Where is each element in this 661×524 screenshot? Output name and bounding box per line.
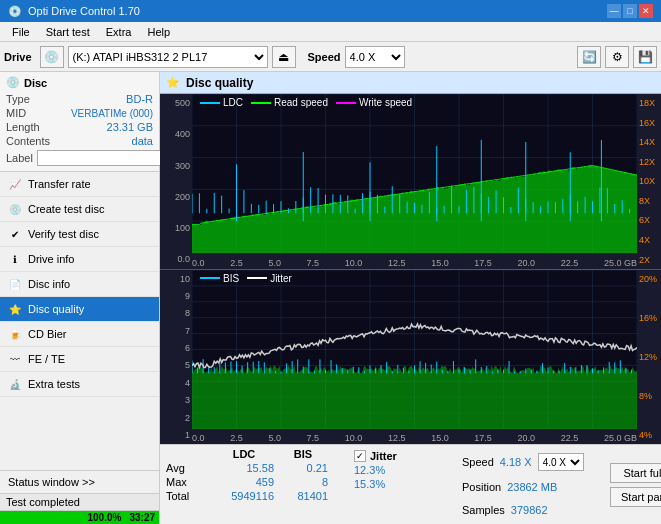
title-bar-controls: — □ ✕ (607, 4, 653, 18)
stats-avg-row: Avg 15.58 0.21 (166, 462, 346, 474)
chart-bottom-x-axis: 0.02.55.07.510.012.515.017.520.022.525.0… (192, 433, 637, 444)
disc-label-row: Label ✏ (6, 149, 153, 167)
sidebar-item-disc-quality[interactable]: ⭐ Disc quality (0, 297, 159, 322)
drive-select[interactable]: (K:) ATAPI iHBS312 2 PL17 (68, 46, 268, 68)
menu-help[interactable]: Help (139, 24, 178, 40)
disc-length-key: Length (6, 121, 40, 133)
ldc-col-header: LDC (214, 448, 274, 460)
disc-info-icon: 📄 (8, 277, 22, 291)
read-speed-color (251, 102, 271, 104)
drive-info-icon: ℹ (8, 252, 22, 266)
jitter-header: ✓ Jitter (354, 450, 454, 462)
disc-panel-header: 💿 Disc (6, 76, 153, 89)
title-bar-left: 💿 Opti Drive Control 1.70 (8, 5, 140, 18)
legend-jitter: Jitter (247, 273, 292, 284)
extra-tests-icon: 🔬 (8, 377, 22, 391)
write-speed-color (336, 102, 356, 104)
sidebar-item-drive-info[interactable]: ℹ Drive info (0, 247, 159, 272)
jitter-avg-row: 12.3% (354, 464, 454, 476)
total-ldc-val: 5949116 (214, 490, 274, 502)
avg-ldc-val: 15.58 (214, 462, 274, 474)
legend-ldc-label: LDC (223, 97, 243, 108)
jitter-section: ✓ Jitter 12.3% 15.3% (354, 448, 454, 521)
status-window-button[interactable]: Status window >> (0, 471, 159, 493)
chart-top-canvas (192, 94, 637, 253)
nav-items: 📈 Transfer rate 💿 Create test disc ✔ Ver… (0, 172, 159, 470)
refresh-button[interactable]: 🔄 (577, 46, 601, 68)
chart-top-legend: LDC Read speed Write speed (200, 97, 412, 108)
sidebar-item-fe-te[interactable]: 〰 FE / TE (0, 347, 159, 372)
drive-label: Drive (4, 51, 32, 63)
jitter-max-row: 15.3% (354, 478, 454, 490)
chart-top-x-axis: 0.02.55.07.510.012.515.017.520.022.525.0… (192, 258, 637, 269)
disc-label-key: Label (6, 152, 33, 164)
progress-bar-container: 100.0% 33:27 (0, 510, 159, 524)
sidebar-item-label: Transfer rate (28, 178, 91, 190)
chart-bottom-canvas (192, 270, 637, 429)
eject-button[interactable]: ⏏ (272, 46, 296, 68)
sidebar-item-transfer-rate[interactable]: 📈 Transfer rate (0, 172, 159, 197)
jitter-checkbox[interactable]: ✓ (354, 450, 366, 462)
sidebar-item-create-test-disc[interactable]: 💿 Create test disc (0, 197, 159, 222)
status-text: Test completed (6, 496, 80, 508)
settings-button[interactable]: ⚙ (605, 46, 629, 68)
chart-top-y-left: 500 400 300 200 100 0.0 (160, 94, 192, 269)
close-button[interactable]: ✕ (639, 4, 653, 18)
position-row: Position 23862 MB (462, 481, 602, 493)
charts-area: LDC Read speed Write speed 500 400 30 (160, 94, 661, 444)
jitter-color (247, 277, 267, 279)
samples-row: Samples 379862 (462, 504, 602, 516)
legend-read-speed: Read speed (251, 97, 328, 108)
legend-write-speed: Write speed (336, 97, 412, 108)
menu-start-test[interactable]: Start test (38, 24, 98, 40)
avg-label: Avg (166, 462, 210, 474)
chart-bottom-y-left: 10 9 8 7 6 5 4 3 2 1 (160, 270, 192, 445)
legend-bis-label: BIS (223, 273, 239, 284)
disc-type-val: BD-R (126, 93, 153, 105)
disc-panel: 💿 Disc Type BD-R MID VERBATIMe (000) Len… (0, 72, 159, 172)
sidebar-item-label: Disc info (28, 278, 70, 290)
disc-label-input[interactable] (37, 150, 166, 166)
speed-select[interactable]: 4.0 X (538, 453, 584, 471)
minimize-button[interactable]: — (607, 4, 621, 18)
start-buttons: Start full Start part (610, 448, 661, 521)
disc-header-label: Disc (24, 77, 47, 89)
chart-bottom-y-right: 20% 16% 12% 8% 4% (637, 270, 661, 445)
max-ldc-val: 459 (214, 476, 274, 488)
menu-file[interactable]: File (4, 24, 38, 40)
max-bis-val: 8 (278, 476, 328, 488)
sidebar-item-disc-info[interactable]: 📄 Disc info (0, 272, 159, 297)
cd-bier-icon: 🍺 (8, 327, 22, 341)
menu-extra[interactable]: Extra (98, 24, 140, 40)
sidebar-item-extra-tests[interactable]: 🔬 Extra tests (0, 372, 159, 397)
drive-bar: Drive 💿 (K:) ATAPI iHBS312 2 PL17 ⏏ Spee… (0, 42, 661, 72)
samples-key: Samples (462, 504, 505, 516)
total-label: Total (166, 490, 210, 502)
drive-icon-btn[interactable]: 💿 (40, 46, 64, 68)
speed-select[interactable]: 4.0 X (345, 46, 405, 68)
app-title: Opti Drive Control 1.70 (28, 5, 140, 17)
stats-max-row: Max 459 8 (166, 476, 346, 488)
content-area: ⭐ Disc quality LDC Read speed (160, 72, 661, 524)
start-part-button[interactable]: Start part (610, 487, 661, 507)
total-bis-val: 81401 (278, 490, 328, 502)
save-button[interactable]: 💾 (633, 46, 657, 68)
bis-color (200, 277, 220, 279)
sidebar-item-label: Disc quality (28, 303, 84, 315)
start-full-button[interactable]: Start full (610, 463, 661, 483)
ldc-color (200, 102, 220, 104)
speed-row: Speed 4.18 X 4.0 X (462, 453, 602, 471)
avg-bis-val: 0.21 (278, 462, 328, 474)
app-icon: 💿 (8, 5, 22, 18)
stats-table-section: LDC BIS Avg 15.58 0.21 Max 459 8 Total 5… (166, 448, 346, 521)
bis-col-header: BIS (278, 448, 328, 460)
maximize-button[interactable]: □ (623, 4, 637, 18)
speed-label: Speed (308, 51, 341, 63)
disc-contents-key: Contents (6, 135, 50, 147)
sidebar-item-cd-bier[interactable]: 🍺 CD Bier (0, 322, 159, 347)
transfer-rate-icon: 📈 (8, 177, 22, 191)
samples-val: 379862 (511, 504, 548, 516)
sidebar-item-verify-test-disc[interactable]: ✔ Verify test disc (0, 222, 159, 247)
speed-info-section: Speed 4.18 X 4.0 X Position 23862 MB Sam… (462, 448, 602, 521)
position-key: Position (462, 481, 501, 493)
